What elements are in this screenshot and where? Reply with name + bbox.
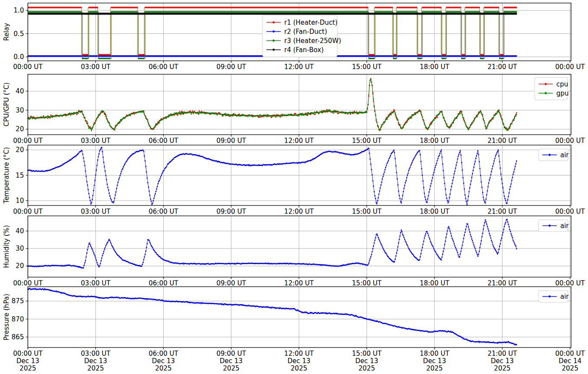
- x-tick-date-label: Dec 13: [423, 357, 446, 365]
- y-tick-label: 0.5: [13, 30, 24, 38]
- x-tick-label: 21:00 UT: [487, 63, 517, 71]
- x-tick-label: 06:00 UT: [148, 63, 178, 71]
- legend-label: gpu: [556, 89, 569, 97]
- x-tick-label: 12:00 UT: [284, 208, 314, 215]
- y-tick-label: 875: [12, 297, 24, 305]
- y-tick-label: 40: [16, 227, 24, 235]
- legend-marker-dot: [273, 49, 275, 51]
- legend-label: air: [560, 151, 569, 159]
- x-tick-label: 12:00 UT: [284, 137, 314, 145]
- y-tick-label: 30: [16, 106, 24, 114]
- x-tick-year-label: 2025: [494, 364, 510, 372]
- legend-label: cpu: [556, 80, 568, 88]
- x-tick-date-label: Dec 13: [287, 357, 310, 365]
- legend-marker-dot: [273, 21, 275, 23]
- legend-label: air: [560, 293, 569, 301]
- x-tick-year-label: 2025: [426, 364, 443, 372]
- x-tick-label: 09:00 UT: [217, 137, 246, 145]
- y-tick-label: 10: [16, 197, 24, 205]
- x-tick-label: 06:00 UT: [148, 279, 178, 287]
- legend-pressure: air: [539, 291, 569, 302]
- y-tick-label: 30: [16, 245, 24, 252]
- legend-marker-dot: [549, 295, 551, 298]
- x-tick-label: 15:00 UT: [352, 279, 382, 287]
- x-tick-label: 00:00 UT: [13, 137, 43, 145]
- x-tick-label: 21:00 UT: [487, 208, 517, 215]
- x-tick-date-label: Dec 13: [220, 357, 243, 365]
- y-tick-label: 20: [16, 125, 24, 133]
- legend-label: r1 (Heater-Duct): [284, 19, 338, 26]
- x-tick-label: 06:00 UT: [148, 208, 178, 215]
- x-tick-label: 03:00 UT: [81, 137, 111, 145]
- legend-marker-dot: [273, 30, 275, 33]
- ylabel-relay: Relay: [3, 23, 10, 41]
- x-tick-label: 18:00 UT: [420, 208, 450, 215]
- x-tick-year-label: 2025: [20, 364, 36, 372]
- x-tick-label: 18:00 UT: [420, 63, 450, 71]
- y-tick-label: 865: [12, 333, 24, 341]
- legend-humidity: air: [539, 220, 569, 232]
- ylabel-pressure: Pressure (hPa): [3, 294, 10, 341]
- x-tick-label: 00:00 UT: [555, 137, 585, 145]
- x-tick-year-label: 2025: [223, 364, 240, 372]
- x-tick-label: 00:00 UT: [13, 350, 43, 357]
- x-tick-year-label: 2025: [87, 364, 104, 372]
- legend-marker-dot: [545, 92, 547, 94]
- y-tick-label: 870: [12, 315, 24, 323]
- ylabel-temperature: Temperature (°C): [3, 147, 10, 204]
- y-tick-label: 15: [16, 172, 24, 179]
- x-tick-date-label: Dec 13: [84, 357, 107, 365]
- x-tick-date-label: Dec 13: [16, 357, 39, 365]
- y-tick-label: 1.0: [13, 7, 24, 14]
- x-tick-date-label: Dec 13: [491, 357, 514, 365]
- legend-label: r3 (Heater-250W): [284, 37, 341, 45]
- y-tick-label: 20: [16, 146, 24, 154]
- ylabel-humidity: Humidity (%): [3, 225, 10, 268]
- x-tick-label: 15:00 UT: [352, 208, 382, 215]
- x-tick-year-label: 2025: [155, 364, 171, 372]
- x-tick-label: 15:00 UT: [352, 350, 382, 357]
- x-tick-label: 12:00 UT: [284, 279, 314, 287]
- y-tick-label: 40: [16, 87, 24, 95]
- legend-marker-dot: [273, 40, 275, 42]
- x-tick-label: 12:00 UT: [284, 63, 314, 71]
- x-tick-label: 12:00 UT: [284, 350, 314, 357]
- x-tick-label: 21:00 UT: [487, 137, 517, 145]
- x-tick-label: 15:00 UT: [352, 63, 382, 71]
- x-tick-label: 03:00 UT: [81, 279, 111, 287]
- y-tick-label: 0.0: [13, 53, 24, 61]
- x-tick-label: 21:00 UT: [487, 279, 517, 287]
- x-tick-label: 03:00 UT: [81, 63, 111, 71]
- x-tick-date-label: Dec 13: [152, 357, 175, 365]
- legend-marker-dot: [549, 154, 551, 156]
- x-tick-label: 09:00 UT: [217, 208, 246, 215]
- x-tick-year-label: 2025: [562, 364, 578, 372]
- legend-relay: r1 (Heater-Duct)r2 (Fan-Duct)r3 (Heater-…: [263, 15, 341, 57]
- x-tick-label: 21:00 UT: [487, 350, 517, 357]
- x-tick-date-label: Dec 13: [355, 357, 378, 365]
- x-tick-label: 18:00 UT: [420, 137, 450, 145]
- legend-marker-dot: [549, 225, 551, 227]
- x-tick-date-label: Dec 14: [558, 357, 581, 365]
- x-tick-label: 09:00 UT: [217, 279, 246, 287]
- x-tick-year-label: 2025: [291, 364, 307, 372]
- legend-label: r2 (Fan-Duct): [284, 28, 327, 36]
- y-tick-label: 20: [16, 262, 24, 270]
- x-tick-year-label: 2025: [358, 364, 375, 372]
- sensor-dashboard-figure: 00:00 UT03:00 UT06:00 UT09:00 UT12:00 UT…: [0, 0, 588, 374]
- x-tick-label: 09:00 UT: [217, 350, 246, 357]
- x-tick-label: 00:00 UT: [555, 279, 585, 287]
- legend-label: r4 (Fan-Box): [284, 46, 324, 54]
- x-tick-label: 06:00 UT: [148, 350, 178, 357]
- x-tick-label: 00:00 UT: [13, 279, 43, 287]
- x-tick-label: 00:00 UT: [555, 208, 585, 215]
- legend-cpu_gpu: cpugpu: [535, 77, 569, 100]
- x-tick-label: 18:00 UT: [420, 350, 450, 357]
- x-tick-label: 00:00 UT: [555, 350, 585, 357]
- x-tick-label: 09:00 UT: [217, 63, 246, 71]
- x-tick-label: 00:00 UT: [13, 63, 43, 71]
- legend-temperature: air: [539, 149, 569, 161]
- x-tick-label: 03:00 UT: [81, 350, 111, 357]
- x-tick-label: 18:00 UT: [420, 279, 450, 287]
- x-tick-label: 15:00 UT: [352, 137, 382, 145]
